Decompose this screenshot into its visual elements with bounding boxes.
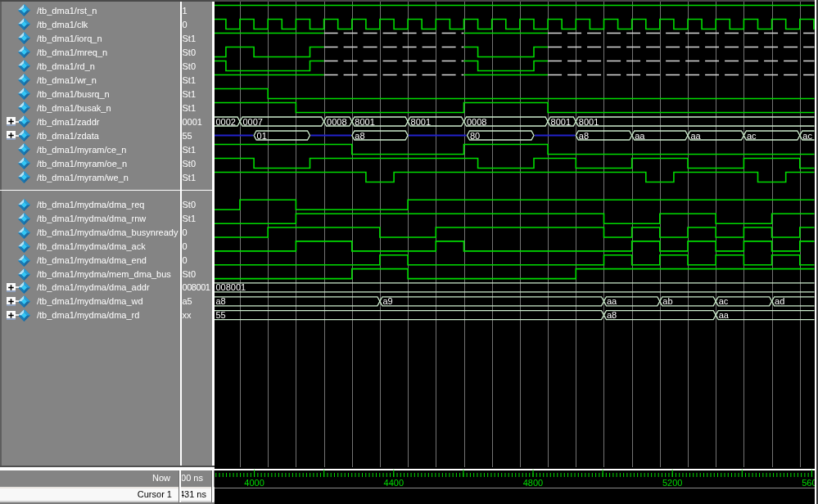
svg-text:aa: aa <box>719 310 730 320</box>
svg-text:aa: aa <box>691 131 702 141</box>
svg-text:55: 55 <box>216 310 226 320</box>
svg-text:ac: ac <box>802 131 812 141</box>
svg-text:0008: 0008 <box>327 117 346 127</box>
svg-text:aa: aa <box>607 296 617 306</box>
svg-text:a8: a8 <box>579 131 589 141</box>
svg-text:a8: a8 <box>216 296 226 306</box>
svg-text:8001: 8001 <box>411 117 431 127</box>
svg-text:8001: 8001 <box>551 117 571 127</box>
svg-text:ac: ac <box>747 131 757 141</box>
svg-text:aa: aa <box>635 131 645 141</box>
svg-text:ac: ac <box>719 296 729 306</box>
svg-text:a8: a8 <box>607 310 617 320</box>
svg-text:0008: 0008 <box>467 117 486 127</box>
svg-text:80: 80 <box>470 131 480 141</box>
svg-text:a9: a9 <box>382 296 392 306</box>
svg-text:8001: 8001 <box>579 117 599 127</box>
svg-text:01: 01 <box>257 131 267 141</box>
svg-text:008001: 008001 <box>216 282 246 292</box>
svg-text:ad: ad <box>775 296 784 306</box>
svg-text:a8: a8 <box>355 131 364 141</box>
svg-text:ab: ab <box>662 296 672 306</box>
svg-text:0002: 0002 <box>216 117 236 127</box>
svg-text:8001: 8001 <box>355 117 374 127</box>
svg-text:0007: 0007 <box>243 117 263 127</box>
